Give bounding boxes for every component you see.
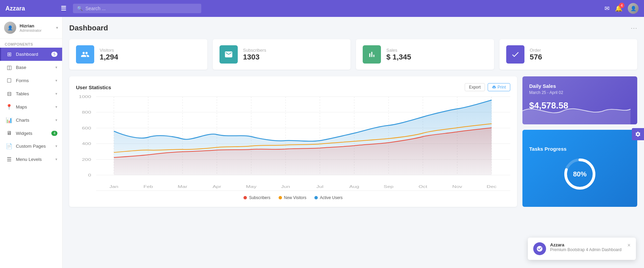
topnav-right: ✉ 🔔 4 👤 bbox=[604, 3, 639, 14]
settings-fab[interactable] bbox=[632, 128, 644, 140]
legend-active-users: Active Users bbox=[314, 195, 342, 200]
svg-text:Apr: Apr bbox=[212, 185, 221, 189]
sales-value: $ 1,345 bbox=[386, 53, 411, 62]
order-icon bbox=[506, 45, 524, 64]
sidebar-item-dashboard[interactable]: ⊞ Dashboard 5 bbox=[0, 48, 62, 61]
sidebar-item-label: Menu Levels bbox=[16, 157, 52, 162]
legend-label-subscribers: Subscribers bbox=[249, 195, 270, 200]
notification-bell[interactable]: 🔔 4 bbox=[615, 5, 622, 12]
stat-card-sales: Sales $ 1,345 bbox=[356, 39, 494, 70]
order-value: 576 bbox=[530, 53, 542, 62]
chart-title: User Statistics bbox=[76, 84, 111, 90]
svg-text:0: 0 bbox=[88, 173, 91, 177]
charts-icon: 📊 bbox=[6, 117, 12, 123]
legend-dot-subscribers bbox=[243, 196, 247, 199]
subscribers-value: 1303 bbox=[243, 53, 266, 62]
main-layout: 👤 Hizrian Administrator ▾ COMPONENTS ⊞ D… bbox=[0, 17, 644, 268]
stat-card-order: Order 576 bbox=[499, 39, 638, 70]
svg-text:600: 600 bbox=[82, 126, 91, 130]
sidebar-user-info: Hizrian Administrator bbox=[20, 23, 53, 32]
toast-close-button[interactable]: × bbox=[627, 242, 630, 248]
toast-icon bbox=[533, 242, 546, 255]
sidebar-item-label: Base bbox=[16, 65, 52, 70]
widgets-icon: 🖥 bbox=[6, 130, 12, 136]
export-button[interactable]: Export bbox=[465, 83, 485, 91]
sidebar-item-label: Tables bbox=[16, 91, 52, 96]
hamburger-icon[interactable]: ☰ bbox=[61, 5, 66, 12]
chart-header: User Statistics Export Print bbox=[76, 83, 510, 91]
legend-label-new-visitors: New Visitors bbox=[284, 195, 306, 200]
svg-text:200: 200 bbox=[82, 157, 91, 162]
chevron-down-icon: ▾ bbox=[55, 65, 57, 70]
stat-card-subscribers: Subscribers 1303 bbox=[213, 39, 351, 70]
tasks-progress-title: Tasks Progress bbox=[529, 146, 567, 152]
legend-dot-new-visitors bbox=[279, 196, 282, 199]
chart-area: 1000 800 600 400 200 0 Jan Feb Mar Apr M… bbox=[76, 97, 510, 191]
sidebar-item-label: Forms bbox=[16, 78, 52, 83]
search-icon: 🔍 bbox=[77, 6, 83, 11]
legend-new-visitors: New Visitors bbox=[279, 195, 306, 200]
user-avatar[interactable]: 👤 bbox=[628, 3, 639, 14]
stat-card-visitors: Visitors 1,294 bbox=[69, 39, 207, 70]
sidebar-user-role: Administrator bbox=[20, 28, 53, 32]
visitors-icon bbox=[76, 45, 94, 64]
legend-dot-active-users bbox=[314, 196, 318, 199]
stat-info-visitors: Visitors 1,294 bbox=[100, 48, 118, 62]
sidebar-username: Hizrian bbox=[20, 23, 53, 28]
svg-text:Dec: Dec bbox=[487, 185, 496, 189]
main-content: Dashboard ⋯ Visitors 1,294 Subscribers bbox=[62, 17, 644, 268]
visitors-label: Visitors bbox=[100, 48, 118, 53]
sidebar-item-base[interactable]: ◫ Base ▾ bbox=[0, 61, 62, 74]
sidebar-item-label: Maps bbox=[16, 104, 52, 109]
chevron-down-icon: ▾ bbox=[55, 78, 57, 83]
sidebar-item-label: Charts bbox=[16, 118, 52, 123]
base-icon: ◫ bbox=[6, 64, 12, 71]
right-panel: Daily Sales March 25 - April 02 $4,578.5… bbox=[522, 76, 637, 207]
forms-icon: ☐ bbox=[6, 77, 12, 84]
sales-icon bbox=[363, 45, 381, 64]
toast-subtitle: Premium Bootstrap 4 Admin Dashboard bbox=[550, 247, 623, 252]
page-menu-button[interactable]: ⋯ bbox=[630, 24, 637, 32]
topnav: Azzara ☰ 🔍 ✉ 🔔 4 👤 bbox=[0, 0, 644, 17]
sidebar-avatar: 👤 bbox=[4, 22, 16, 34]
toast-content: Azzara Premium Bootstrap 4 Admin Dashboa… bbox=[550, 242, 623, 252]
sidebar-dashboard-badge: 5 bbox=[51, 52, 57, 57]
svg-text:400: 400 bbox=[82, 142, 91, 146]
sidebar-item-widgets[interactable]: 🖥 Widgets 4 bbox=[0, 127, 62, 140]
svg-text:1000: 1000 bbox=[79, 95, 91, 99]
daily-sales-wave bbox=[522, 97, 630, 124]
sidebar-item-label: Custom Pages bbox=[16, 144, 52, 149]
sidebar-item-maps[interactable]: 📍 Maps ▾ bbox=[0, 100, 62, 114]
stat-info-order: Order 576 bbox=[530, 48, 542, 62]
sidebar-item-label: Widgets bbox=[16, 131, 48, 136]
sidebar-item-forms[interactable]: ☐ Forms ▾ bbox=[0, 74, 62, 87]
stat-cards: Visitors 1,294 Subscribers 1303 Sales bbox=[69, 39, 637, 70]
svg-text:Jun: Jun bbox=[281, 185, 290, 189]
search-box[interactable]: 🔍 bbox=[73, 4, 201, 13]
progress-circle: 80% bbox=[563, 157, 597, 191]
sidebar-item-custom-pages[interactable]: 📄 Custom Pages ▾ bbox=[0, 140, 62, 153]
print-button[interactable]: Print bbox=[488, 83, 510, 91]
chevron-down-icon: ▾ bbox=[55, 144, 57, 148]
chevron-down-icon: ▾ bbox=[55, 105, 57, 109]
toast-title: Azzara bbox=[550, 242, 623, 247]
svg-text:Nov: Nov bbox=[452, 185, 462, 189]
daily-sales-title: Daily Sales bbox=[529, 83, 630, 89]
sidebar-user-arrow: ▾ bbox=[56, 25, 58, 30]
stat-info-subscribers: Subscribers 1303 bbox=[243, 48, 266, 62]
widgets-badge: 4 bbox=[51, 131, 57, 136]
tasks-progress-card: Tasks Progress 80% bbox=[522, 130, 637, 207]
chevron-down-icon: ▾ bbox=[55, 92, 57, 96]
sidebar-item-menu-levels[interactable]: ☰ Menu Levels ▾ bbox=[0, 153, 62, 166]
progress-percent: 80% bbox=[573, 170, 587, 178]
chevron-down-icon: ▾ bbox=[55, 157, 57, 162]
mail-icon[interactable]: ✉ bbox=[604, 5, 610, 12]
tables-icon: ⊟ bbox=[6, 91, 12, 97]
user-statistics-chart: 1000 800 600 400 200 0 Jan Feb Mar Apr M… bbox=[76, 97, 510, 191]
svg-text:Mar: Mar bbox=[178, 185, 187, 189]
sidebar-user[interactable]: 👤 Hizrian Administrator ▾ bbox=[0, 17, 62, 39]
search-input[interactable] bbox=[85, 6, 197, 11]
notification-toast: Azzara Premium Bootstrap 4 Admin Dashboa… bbox=[528, 238, 636, 260]
sidebar-item-charts[interactable]: 📊 Charts ▾ bbox=[0, 114, 62, 127]
sidebar-item-tables[interactable]: ⊟ Tables ▾ bbox=[0, 87, 62, 100]
